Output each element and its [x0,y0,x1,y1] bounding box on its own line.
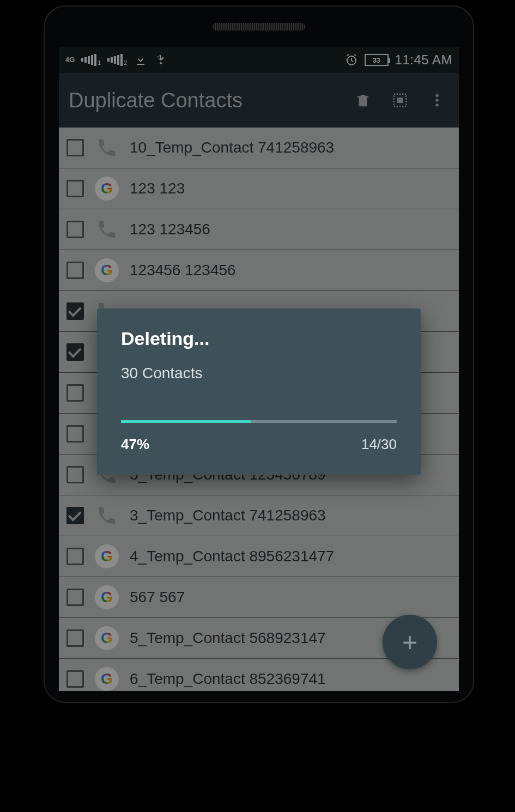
phone-speaker [213,23,305,31]
phone-frame: 4G 1 2 [44,5,474,703]
deleting-dialog: Deleting... 30 Contacts 47% 14/30 [97,308,421,475]
progress-count: 14/30 [361,436,397,453]
progress-bar [121,420,397,423]
dialog-title: Deleting... [121,328,397,349]
progress-fill [121,420,251,423]
dialog-subtitle: 30 Contacts [121,365,397,382]
screen: 4G 1 2 [59,47,459,691]
add-contact-fab[interactable]: + [383,615,437,669]
progress-percent: 47% [121,436,149,453]
plus-icon: + [402,627,417,657]
